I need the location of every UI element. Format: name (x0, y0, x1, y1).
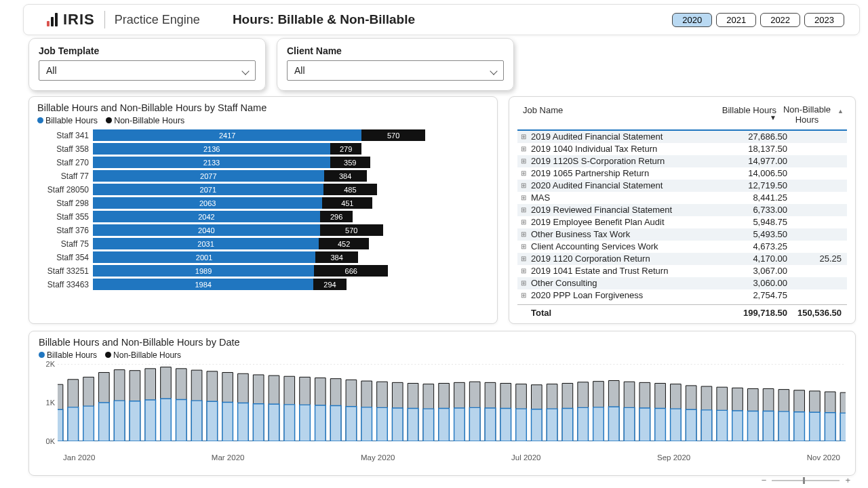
segment-billable: 2001 (93, 251, 315, 263)
expand-icon[interactable]: ⊞ (519, 255, 528, 262)
bar-row[interactable]: Staff 3582136279 (37, 143, 482, 155)
zoom-control[interactable]: − + (762, 475, 850, 485)
cell-job: 2020 Audited Financial Statement (531, 180, 725, 190)
segment-nonbillable: 296 (320, 211, 353, 222)
segment-nonbillable: 485 (323, 184, 378, 195)
cell-job: 2019 Reviewed Financial Statement (531, 205, 725, 215)
brand-text: IRIS (63, 11, 95, 28)
table-row[interactable]: ⊞2019 1120 Corporation Return4,170.0025.… (517, 253, 847, 265)
expand-icon[interactable]: ⊞ (519, 157, 528, 165)
bar-row[interactable]: Staff 2702133359 (37, 157, 482, 168)
bar-row[interactable]: Staff 2982063451 (37, 197, 482, 209)
bar-track: 2042296 (93, 211, 482, 222)
zoom-in-icon[interactable]: + (845, 475, 850, 485)
table-row[interactable]: ⊞2019 1120S S-Corporation Return14,977.0… (517, 155, 847, 167)
timeseries-svg (58, 364, 846, 441)
segment-billable: 2077 (93, 170, 324, 182)
table-body[interactable]: ⊞2019 Audited Financial Statement27,686.… (517, 131, 847, 303)
y-tick: 0K (46, 437, 55, 445)
timeseries-plot[interactable]: 0K1K2K (58, 364, 846, 452)
bar-chart-area[interactable]: Staff 3412417570Staff 3582136279Staff 27… (37, 129, 489, 306)
bar-track: 1989666 (93, 265, 482, 277)
total-billable: 199,718.50 (725, 308, 793, 318)
table-row[interactable]: ⊞Other Consulting3,060.00 (517, 277, 847, 289)
expand-icon[interactable]: ⊞ (519, 291, 528, 299)
year-button-2023[interactable]: 2023 (804, 13, 844, 27)
expand-icon[interactable]: ⊞ (519, 133, 528, 140)
table-row[interactable]: ⊞MAS8,441.25 (517, 192, 847, 204)
filter-label: Client Name (287, 45, 504, 56)
client-name-select[interactable]: All (287, 60, 504, 81)
table-row[interactable]: ⊞2019 Audited Financial Statement27,686.… (517, 131, 847, 143)
header-bar: IRIS Practice Engine Hours: Billable & N… (23, 4, 860, 35)
cell-billable: 12,719.50 (725, 180, 793, 190)
table-footer: Total 199,718.50 150,536.50 (517, 304, 847, 318)
bar-row[interactable]: Staff 3412417570 (37, 129, 482, 141)
table-row[interactable]: ⊞Other Business Tax Work5,493.50 (517, 228, 847, 241)
bar-row[interactable]: Staff 332511989666 (37, 265, 482, 277)
col-nonbillable[interactable]: Non-Billable Hours (776, 105, 837, 125)
bar-track: 2040570 (93, 224, 482, 236)
year-button-2022[interactable]: 2022 (760, 13, 800, 27)
expand-icon[interactable]: ⊞ (519, 267, 528, 274)
cell-billable: 4,170.00 (725, 253, 793, 264)
bar-label: Staff 341 (37, 131, 93, 140)
table-row[interactable]: ⊞2019 Reviewed Financial Statement6,733.… (517, 204, 847, 216)
total-nonbillable: 150,536.50 (793, 308, 847, 318)
bar-row[interactable]: Staff 752031452 (37, 238, 482, 249)
expand-icon[interactable]: ⊞ (519, 145, 528, 152)
zoom-slider[interactable] (772, 480, 840, 481)
col-job-name[interactable]: Job Name (517, 105, 709, 125)
zoom-out-icon[interactable]: − (762, 475, 767, 485)
bar-row[interactable]: Staff 3552042296 (37, 211, 482, 222)
segment-nonbillable: 384 (315, 251, 358, 263)
x-tick: Nov 2020 (807, 453, 840, 462)
expand-icon[interactable]: ⊞ (519, 218, 528, 226)
bar-row[interactable]: Staff 334631984294 (37, 279, 482, 290)
bar-track: 2031452 (93, 238, 482, 249)
bar-label: Staff 33463 (37, 280, 93, 289)
segment-billable: 2136 (93, 143, 330, 155)
bar-label: Staff 270 (37, 158, 93, 167)
bar-label: Staff 298 (37, 199, 93, 208)
cell-job: Other Consulting (531, 278, 725, 288)
cell-billable: 5,948.75 (725, 217, 793, 227)
table-row[interactable]: ⊞2020 Audited Financial Statement12,719.… (517, 180, 847, 192)
expand-icon[interactable]: ⊞ (519, 230, 528, 238)
job-table-panel: Job Name Billable Hours ▼ Non-Billable H… (509, 96, 856, 324)
filter-client-name: Client Name All (277, 38, 514, 91)
expand-icon[interactable]: ⊞ (519, 243, 528, 250)
cell-billable: 14,977.00 (725, 156, 793, 166)
cell-billable: 5,493.50 (725, 229, 793, 239)
year-button-2021[interactable]: 2021 (716, 13, 756, 27)
scroll-up-icon[interactable]: ▲ (837, 108, 844, 115)
bar-label: Staff 355 (37, 212, 93, 222)
segment-nonbillable: 359 (330, 157, 370, 168)
bar-row[interactable]: Staff 3762040570 (37, 224, 482, 236)
job-template-select[interactable]: All (39, 60, 256, 81)
bar-row[interactable]: Staff 280502071485 (37, 184, 482, 195)
timeseries-panel: Billable Hours and Non-Billable Hours by… (28, 331, 856, 476)
table-row[interactable]: ⊞2019 1040 Individual Tax Return18,137.5… (517, 143, 847, 155)
y-tick: 2K (46, 360, 55, 368)
expand-icon[interactable]: ⊞ (519, 194, 528, 201)
bar-label: Staff 376 (37, 226, 93, 235)
cell-billable: 14,006.50 (725, 168, 793, 178)
logo-bars-icon (47, 13, 58, 26)
col-billable[interactable]: Billable Hours ▼ (709, 105, 776, 125)
filter-row: Job Template All Client Name All (28, 38, 868, 91)
table-row[interactable]: ⊞2020 PPP Loan Forgiveness2,754.75 (517, 289, 847, 302)
expand-icon[interactable]: ⊞ (519, 169, 528, 177)
expand-icon[interactable]: ⊞ (519, 182, 528, 189)
expand-icon[interactable]: ⊞ (519, 279, 528, 287)
bar-row[interactable]: Staff 772077384 (37, 170, 482, 182)
table-row[interactable]: ⊞2019 1041 Estate and Trust Return3,067.… (517, 265, 847, 277)
bar-row[interactable]: Staff 3542001384 (37, 251, 482, 263)
table-row[interactable]: ⊞2019 1065 Partnership Return14,006.50 (517, 167, 847, 180)
table-row[interactable]: ⊞Client Accounting Services Work4,673.25 (517, 241, 847, 253)
table-row[interactable]: ⊞2019 Employee Benefit Plan Audit5,948.7… (517, 216, 847, 228)
expand-icon[interactable]: ⊞ (519, 206, 528, 214)
year-button-2020[interactable]: 2020 (672, 13, 712, 27)
segment-billable: 2071 (93, 184, 323, 195)
table-header: Job Name Billable Hours ▼ Non-Billable H… (517, 102, 847, 131)
